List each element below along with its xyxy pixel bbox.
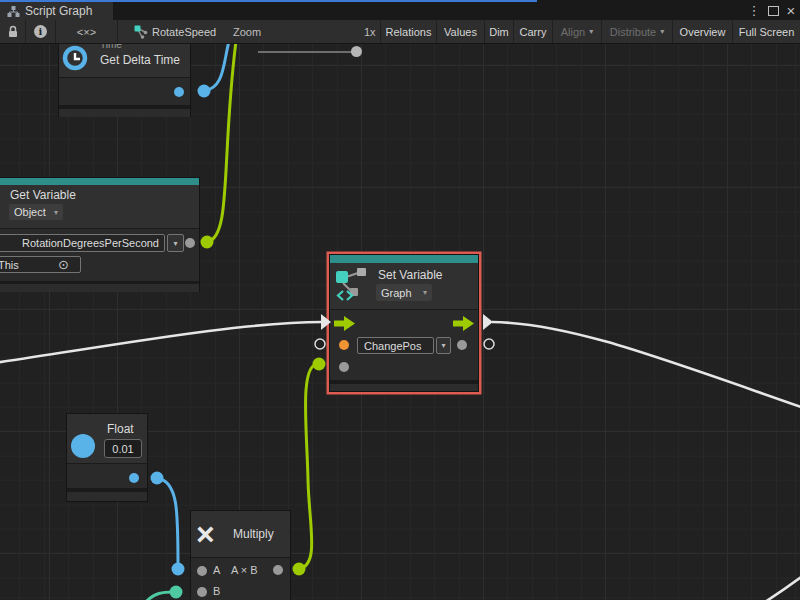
- multiply-icon: ×: [196, 513, 215, 555]
- tab-bar: Script Graph ⋮ ×: [0, 0, 800, 20]
- variable-name-dropdown-button[interactable]: ▾: [167, 234, 184, 252]
- graph-asset-icon: [134, 25, 148, 39]
- graph-toolbar: i <×> RotateSpeed Zoom 1x Relations Valu…: [0, 20, 800, 44]
- unity-script-graph-window: { "window": { "tab_label": "Script Graph…: [0, 0, 800, 600]
- chevron-down-icon: ▾: [423, 288, 427, 297]
- chevron-down-icon: ▾: [589, 27, 593, 36]
- delta-time-output-port[interactable]: [174, 87, 184, 97]
- zoom-slider-handle[interactable]: [351, 46, 362, 57]
- kebab-menu-icon: ⋮: [748, 3, 761, 18]
- object-picker-icon[interactable]: ⊙: [58, 258, 69, 271]
- align-button[interactable]: Align ▾: [552, 20, 601, 43]
- node-title: Multiply: [233, 527, 274, 541]
- info-button[interactable]: i: [26, 20, 56, 43]
- flow-output-arrow-icon[interactable]: [453, 316, 474, 331]
- button-label: Distribute: [610, 26, 656, 38]
- variable-target-value: This: [0, 259, 19, 271]
- variable-name-field[interactable]: ChangePos: [357, 337, 434, 354]
- variable-scope-label: Object: [14, 206, 46, 218]
- node-title: Float: [107, 422, 134, 436]
- node-footer: [0, 284, 199, 292]
- dim-button[interactable]: Dim: [484, 20, 513, 43]
- node-set-variable[interactable]: Set Variable Graph ▾ ChangePos ▾: [329, 254, 479, 392]
- node-get-variable[interactable]: Get Variable Object ▾ RotationDegreesPer…: [0, 177, 200, 292]
- variable-value-output-port[interactable]: [185, 238, 195, 248]
- chevron-down-icon: ▾: [54, 208, 58, 217]
- relations-button[interactable]: Relations: [380, 20, 436, 43]
- float-to-multiply-connection[interactable]: [157, 478, 178, 566]
- carry-button[interactable]: Carry: [513, 20, 552, 43]
- code-view-button[interactable]: <×>: [56, 20, 118, 43]
- lock-icon: [7, 25, 19, 38]
- multiply-input-a-port[interactable]: [197, 566, 207, 576]
- close-icon: ×: [787, 2, 796, 19]
- node-title: Set Variable: [378, 268, 442, 282]
- variable-value-output-port[interactable]: [457, 340, 467, 350]
- multiply-to-setvar-connection[interactable]: [299, 364, 318, 569]
- float-value: 0.01: [112, 443, 133, 455]
- set-variable-icon: [334, 267, 372, 305]
- flow-connection-out[interactable]: [492, 322, 800, 408]
- info-icon: i: [34, 25, 47, 38]
- variable-value-input-port[interactable]: [339, 362, 349, 372]
- distribute-button[interactable]: Distribute ▾: [601, 20, 672, 43]
- chevron-down-icon: ▾: [173, 239, 177, 248]
- port-result-label: A × B: [231, 564, 258, 576]
- variable-scope-dropdown[interactable]: Graph ▾: [376, 284, 432, 301]
- chevron-down-icon: ▾: [660, 27, 664, 36]
- zoom-value: 1x: [364, 26, 376, 38]
- node-get-delta-time[interactable]: Time Get Delta Time: [58, 43, 191, 117]
- close-button[interactable]: ×: [784, 3, 798, 17]
- graph-canvas[interactable]: Time Get Delta Time Get Variable Object …: [0, 43, 800, 600]
- node-footer: [59, 109, 190, 117]
- flow-connection-in[interactable]: [0, 322, 322, 363]
- maximize-button[interactable]: [768, 6, 779, 16]
- flow-input-arrow-icon[interactable]: [334, 316, 355, 331]
- flow-connection-corner[interactable]: [765, 575, 800, 600]
- variable-name-input-port[interactable]: [339, 340, 349, 350]
- node-footer: [330, 384, 478, 391]
- float-value-input[interactable]: 0.01: [104, 439, 142, 458]
- button-label: Values: [444, 26, 477, 38]
- multiply-output-port[interactable]: [273, 565, 283, 575]
- tab-script-graph[interactable]: Script Graph: [0, 2, 113, 20]
- button-label: Align: [561, 26, 585, 38]
- teal-connection-b[interactable]: [144, 592, 174, 600]
- variable-node-accent: [330, 255, 478, 263]
- tab-label: Script Graph: [25, 4, 92, 18]
- variable-name-value: RotationDegreesPerSecond: [22, 237, 159, 249]
- button-label: Full Screen: [739, 26, 795, 38]
- chevron-down-icon: ▾: [441, 341, 445, 350]
- multiply-input-b-port[interactable]: [197, 587, 207, 597]
- node-multiply[interactable]: × Multiply A A × B B: [190, 510, 291, 600]
- full-screen-button[interactable]: Full Screen: [732, 20, 800, 43]
- graph-name-label[interactable]: RotateSpeed: [152, 26, 216, 38]
- float-output-port[interactable]: [129, 473, 139, 483]
- zoom-label: Zoom: [233, 26, 261, 38]
- window-menu-button[interactable]: ⋮: [748, 3, 760, 17]
- variable-name-dropdown-button[interactable]: ▾: [436, 337, 451, 354]
- port-a-label: A: [213, 564, 220, 576]
- zoom-slider-track[interactable]: [258, 51, 353, 53]
- button-label: Carry: [520, 26, 547, 38]
- script-graph-icon: [7, 5, 20, 18]
- node-title: Get Variable: [10, 188, 76, 202]
- variable-scope-dropdown[interactable]: Object ▾: [9, 204, 63, 220]
- values-button[interactable]: Values: [436, 20, 484, 43]
- button-label: Relations: [386, 26, 432, 38]
- lock-button[interactable]: [0, 20, 26, 43]
- node-float[interactable]: Float 0.01: [66, 413, 148, 502]
- clock-icon: [61, 44, 89, 72]
- float-icon: [71, 434, 95, 458]
- port-b-label: B: [213, 585, 220, 597]
- node-footer: [67, 492, 147, 500]
- variable-node-accent: [0, 178, 199, 185]
- variable-name-value: ChangePos: [364, 340, 422, 352]
- deltatime-connection-up[interactable]: [204, 43, 229, 91]
- overview-button[interactable]: Overview: [672, 20, 732, 43]
- variable-scope-label: Graph: [381, 287, 412, 299]
- variable-name-field[interactable]: RotationDegreesPerSecond: [0, 234, 165, 252]
- node-category-label: Time: [100, 43, 122, 50]
- node-title: Get Delta Time: [100, 53, 180, 67]
- code-view-icon: <×>: [77, 26, 96, 38]
